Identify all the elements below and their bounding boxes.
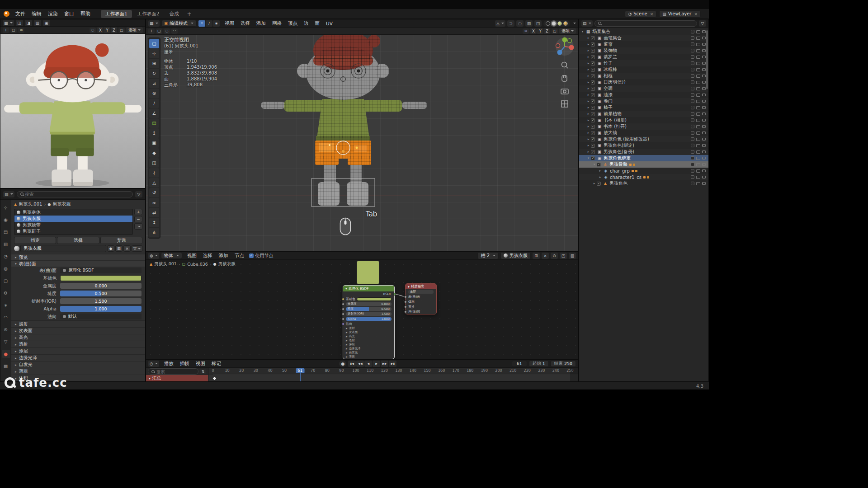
render-visibility-icon[interactable]: [702, 106, 706, 109]
editor-type-button[interactable]: ▥: [3, 191, 14, 197]
shader-menu[interactable]: 选择: [200, 252, 216, 259]
render-visibility-icon[interactable]: [702, 81, 706, 84]
select-circle-icon[interactable]: ◌: [164, 28, 170, 34]
edge-select-button[interactable]: ∕: [206, 20, 212, 27]
disclosure-icon[interactable]: ▸: [586, 112, 591, 116]
tool-rotate[interactable]: ↻: [149, 69, 159, 78]
editor-type-button[interactable]: ▤: [581, 20, 593, 27]
node-header[interactable]: ▾材质输出: [406, 284, 436, 289]
material-slot[interactable]: 男孩身体: [14, 209, 132, 216]
frame-end-field[interactable]: 结束250: [551, 361, 576, 367]
viewport-visibility-icon[interactable]: [696, 81, 700, 84]
breadcrumb-material[interactable]: 男孩衣服: [52, 201, 71, 207]
timeline-menu[interactable]: 视图: [193, 360, 208, 367]
node-slider[interactable]: 折射率(IOR)1.500: [346, 312, 392, 316]
visibility-checkbox[interactable]: ✓: [591, 80, 595, 84]
disclosure-icon[interactable]: ▸: [586, 106, 591, 109]
surface-panel-header[interactable]: ▾表(曲)面: [11, 260, 145, 267]
props-tab-world[interactable]: ◍: [2, 264, 10, 272]
camera-view-icon[interactable]: ▣: [43, 20, 50, 26]
viewport-visibility-icon[interactable]: [696, 157, 700, 160]
outliner-item[interactable]: ▸✓▣空调: [579, 85, 708, 92]
viewport-visibility-icon[interactable]: [696, 176, 700, 179]
node-header[interactable]: ▾原理化 BSDF: [343, 286, 394, 291]
select-checkbox-icon[interactable]: [691, 42, 694, 46]
keyframe-icon[interactable]: [213, 377, 216, 380]
select-checkbox-icon[interactable]: [691, 30, 694, 33]
disclosure-icon[interactable]: ▸: [586, 99, 591, 103]
shading-icon[interactable]: ◨: [25, 20, 32, 26]
fake-user-button[interactable]: ◆: [107, 245, 114, 252]
viewport-menu[interactable]: 添加: [253, 20, 269, 27]
enum-button[interactable]: 原理化 BSDF: [60, 267, 142, 273]
outliner-item[interactable]: ▸✓▣窗帘: [579, 41, 708, 47]
vertex-select-button[interactable]: •: [198, 20, 205, 27]
preview-mirror-y-toggle[interactable]: Y: [104, 27, 110, 33]
render-visibility-icon[interactable]: [702, 75, 706, 77]
tool-shrink-fatten[interactable]: ↕: [149, 218, 159, 227]
value-slider[interactable]: 0.500: [60, 291, 142, 296]
proportional-edit-icon[interactable]: ◌: [90, 28, 96, 33]
select-checkbox-icon[interactable]: [691, 61, 694, 65]
outliner-item[interactable]: ▸✓▣卷门: [579, 98, 708, 104]
unlink-material-button[interactable]: ×: [542, 253, 549, 259]
outliner-search[interactable]: [594, 20, 697, 27]
node-collapsed-row[interactable]: ▸涂层: [343, 343, 394, 347]
render-visibility-icon[interactable]: [702, 169, 706, 172]
tool-loop-cut[interactable]: ◫: [149, 158, 159, 168]
scene-selector[interactable]: ◔ Scene ×: [625, 10, 656, 18]
transform-pivot-icon[interactable]: ⊕: [523, 28, 529, 34]
outliner-item[interactable]: ▸◈char_grp: [579, 168, 708, 174]
render-visibility-icon[interactable]: [702, 182, 706, 185]
props-tab-tool[interactable]: ⊹: [2, 203, 10, 211]
breadcrumb-object[interactable]: 男孩头.001: [154, 261, 177, 267]
input-socket[interactable]: [342, 318, 344, 320]
view-mode-icon[interactable]: ◫: [16, 20, 23, 26]
select-checkbox-icon[interactable]: [691, 93, 694, 97]
disclosure-icon[interactable]: ▸: [592, 182, 597, 185]
select-button[interactable]: 选择: [57, 237, 99, 244]
props-tab-view-layer[interactable]: ▧: [2, 240, 10, 248]
disclosure-icon[interactable]: ▸: [586, 93, 591, 97]
render-visibility-icon[interactable]: [702, 49, 706, 52]
outliner-item[interactable]: ▾✓⋔男孩骨骼: [579, 161, 708, 168]
close-icon[interactable]: ×: [650, 12, 654, 16]
render-visibility-icon[interactable]: [702, 138, 706, 141]
visibility-checkbox[interactable]: ✓: [591, 61, 595, 66]
tool-spin[interactable]: ↺: [149, 188, 159, 197]
overlays-icon[interactable]: ▥: [569, 253, 576, 259]
outliner-item[interactable]: ▸◈character1_cs: [579, 174, 708, 180]
viewport-menu[interactable]: 边: [301, 20, 312, 27]
camera-view-icon[interactable]: [561, 89, 568, 94]
select-checkbox-icon[interactable]: [691, 112, 694, 116]
render-visibility-icon[interactable]: [702, 150, 706, 153]
collapsed-panel[interactable]: ▸高光: [11, 334, 145, 341]
node-slider[interactable]: 金属度0.000: [346, 302, 392, 306]
mode-selector[interactable]: ▣编辑模式: [161, 20, 197, 27]
select-checkbox-icon[interactable]: [691, 175, 694, 179]
tool-scale[interactable]: ⊿: [149, 79, 159, 88]
node-collapsed-row[interactable]: ▸自发光: [343, 351, 394, 355]
viewport-visibility-icon[interactable]: [696, 37, 700, 40]
viewport-visibility-icon[interactable]: [696, 94, 700, 97]
props-tab-scene[interactable]: ◔: [2, 252, 10, 260]
options-button[interactable]: 选项: [559, 28, 576, 34]
props-tab-object[interactable]: ▢: [2, 277, 10, 285]
base-color-swatch[interactable]: [60, 275, 142, 281]
render-visibility-icon[interactable]: [702, 125, 706, 128]
select-checkbox-icon[interactable]: [691, 87, 694, 90]
options-button[interactable]: 选项: [126, 27, 143, 33]
collapsed-panel[interactable]: ▸薄膜: [11, 368, 145, 375]
select-checkbox-icon[interactable]: [691, 150, 694, 154]
rendered-shading-button[interactable]: [563, 21, 568, 26]
input-socket[interactable]: [342, 308, 344, 310]
visibility-checkbox[interactable]: ✓: [597, 182, 601, 186]
render-visibility-icon[interactable]: [702, 43, 706, 46]
viewport-visibility-icon[interactable]: [696, 56, 700, 59]
preview-3d-view[interactable]: [0, 34, 145, 188]
disclosure-icon[interactable]: ▸: [586, 55, 591, 59]
visibility-checkbox[interactable]: ✓: [591, 87, 595, 91]
select-checkbox-icon[interactable]: [691, 182, 694, 185]
visibility-checkbox[interactable]: ✓: [591, 68, 595, 72]
tool-inset-faces[interactable]: ▣: [149, 138, 159, 148]
